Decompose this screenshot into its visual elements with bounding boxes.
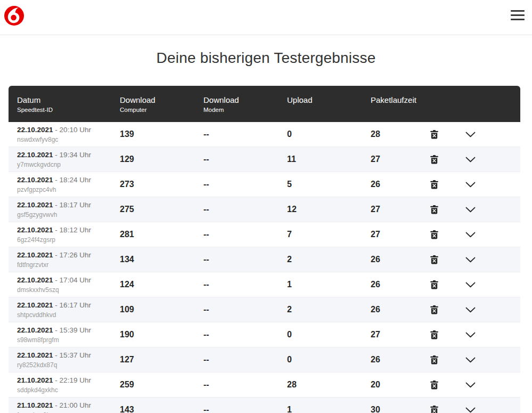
download-computer-value: 127 xyxy=(120,355,203,365)
delete-result-button[interactable] xyxy=(428,228,440,241)
delete-result-button[interactable] xyxy=(428,253,440,266)
column-label: Upload xyxy=(287,95,371,105)
date-line: 21.10.2021 - 22:19 Uhr xyxy=(17,376,120,385)
speedtest-id: s98wm8fprgfm xyxy=(17,336,120,344)
paketlaufzeit-value: 27 xyxy=(371,205,419,214)
chevron-down-icon xyxy=(465,407,476,413)
speedtest-id: ry8252kdx87q xyxy=(17,361,120,369)
download-computer-value: 139 xyxy=(120,129,203,139)
chevron-down-icon xyxy=(465,282,476,288)
download-modem-value: -- xyxy=(203,330,287,339)
test-time: 19:34 Uhr xyxy=(60,151,91,159)
download-modem-value: -- xyxy=(203,230,287,239)
column-header-datum: Datum Speedtest-ID xyxy=(17,86,120,114)
download-modem-value: -- xyxy=(203,380,287,390)
download-computer-value: 273 xyxy=(120,180,203,189)
test-date: 22.10.2021 xyxy=(17,351,53,359)
date-time-separator: - xyxy=(55,126,58,134)
upload-value: 5 xyxy=(287,180,371,189)
column-label: Download xyxy=(203,95,287,105)
upload-value: 28 xyxy=(287,380,371,390)
delete-result-button[interactable] xyxy=(428,328,440,342)
column-header-download-modem: Download Modem xyxy=(203,86,287,114)
download-computer-value: 109 xyxy=(120,305,203,314)
expand-result-button[interactable] xyxy=(463,330,478,340)
download-modem-value: -- xyxy=(203,280,287,289)
download-modem-value: -- xyxy=(203,255,287,264)
table-row: 22.10.2021 - 20:10 Uhr nswdxwfyv8gc 139 … xyxy=(9,122,520,147)
column-label: Paketlaufzeit xyxy=(371,95,419,105)
download-computer-value: 129 xyxy=(120,155,203,164)
speedtest-id: y7mwckgvdcnp xyxy=(17,161,120,168)
speedtest-id: nswdxwfyv8gc xyxy=(17,136,120,143)
download-computer-value: 190 xyxy=(120,330,203,339)
expand-result-button[interactable] xyxy=(463,180,478,190)
datum-cell: 22.10.2021 - 20:10 Uhr nswdxwfyv8gc xyxy=(17,126,120,143)
expand-result-button[interactable] xyxy=(463,405,478,413)
download-computer-value: 259 xyxy=(120,380,203,390)
expand-result-button[interactable] xyxy=(463,205,478,215)
delete-result-button[interactable] xyxy=(428,153,440,166)
datum-cell: 21.10.2021 - 21:00 Uhr fngnnbyy8hqq xyxy=(17,401,120,413)
column-sublabel: Modem xyxy=(203,106,287,114)
test-time: 20:10 Uhr xyxy=(60,126,91,134)
datum-cell: 22.10.2021 - 18:12 Uhr 6gz24f4zgsrp xyxy=(17,226,120,244)
date-line: 22.10.2021 - 17:26 Uhr xyxy=(17,251,120,260)
expand-result-button[interactable] xyxy=(463,255,478,265)
date-line: 21.10.2021 - 21:00 Uhr xyxy=(17,401,120,410)
date-time-separator: - xyxy=(55,301,58,309)
delete-result-button[interactable] xyxy=(428,178,440,191)
expand-result-button[interactable] xyxy=(463,155,478,165)
expand-result-button[interactable] xyxy=(463,305,478,315)
download-computer-value: 143 xyxy=(120,405,203,413)
column-label: Download xyxy=(120,95,203,105)
paketlaufzeit-value: 27 xyxy=(371,230,419,239)
paketlaufzeit-value: 27 xyxy=(371,330,419,339)
trash-icon xyxy=(430,155,438,164)
date-time-separator: - xyxy=(55,351,58,359)
download-modem-value: -- xyxy=(203,355,287,365)
trash-icon xyxy=(430,255,438,264)
date-line: 22.10.2021 - 18:12 Uhr xyxy=(17,226,120,234)
trash-icon xyxy=(430,355,438,365)
speedtest-id: fngnnbyy8hqq xyxy=(17,411,120,413)
expand-result-button[interactable] xyxy=(463,230,478,240)
table-body: 22.10.2021 - 20:10 Uhr nswdxwfyv8gc 139 … xyxy=(9,122,520,413)
expand-result-button[interactable] xyxy=(463,355,478,365)
datum-cell: 22.10.2021 - 19:34 Uhr y7mwckgvdcnp xyxy=(17,151,120,168)
date-line: 22.10.2021 - 18:17 Uhr xyxy=(17,201,120,209)
download-modem-value: -- xyxy=(203,405,287,413)
column-label: Datum xyxy=(17,95,120,105)
delete-result-button[interactable] xyxy=(428,378,440,392)
speedtest-id: sddpkd4gxkhc xyxy=(17,386,120,394)
expand-result-button[interactable] xyxy=(463,280,478,290)
upload-value: 11 xyxy=(287,155,371,164)
test-time: 18:24 Uhr xyxy=(60,176,91,184)
expand-result-button[interactable] xyxy=(463,380,478,390)
date-time-separator: - xyxy=(55,401,58,409)
hamburger-menu-button[interactable] xyxy=(510,7,526,23)
vodafone-logo[interactable] xyxy=(4,6,24,26)
test-date: 22.10.2021 xyxy=(17,176,53,184)
download-computer-value: 281 xyxy=(120,230,203,239)
upload-value: 0 xyxy=(287,129,371,139)
download-modem-value: -- xyxy=(203,180,287,189)
paketlaufzeit-value: 26 xyxy=(371,305,419,314)
table-row: 22.10.2021 - 18:24 Uhr pzvfgpzpc4vh 273 … xyxy=(9,172,520,197)
chevron-down-icon xyxy=(465,357,476,363)
test-time: 18:12 Uhr xyxy=(60,226,91,234)
table-row: 22.10.2021 - 17:04 Uhr dmskxxhv5szq 124 … xyxy=(9,272,520,297)
delete-result-button[interactable] xyxy=(428,203,440,216)
delete-result-button[interactable] xyxy=(428,278,440,291)
date-line: 22.10.2021 - 16:17 Uhr xyxy=(17,301,120,310)
speedtest-id: pzvfgpzpc4vh xyxy=(17,186,120,193)
speedtest-id: fdtfngrzvtxr xyxy=(17,261,120,269)
delete-result-button[interactable] xyxy=(428,128,440,141)
table-row: 22.10.2021 - 18:12 Uhr 6gz24f4zgsrp 281 … xyxy=(9,222,520,247)
expand-result-button[interactable] xyxy=(463,129,478,140)
delete-result-button[interactable] xyxy=(428,353,440,367)
trash-icon xyxy=(430,305,438,314)
hamburger-icon xyxy=(511,19,525,20)
delete-result-button[interactable] xyxy=(428,403,440,413)
delete-result-button[interactable] xyxy=(428,303,440,317)
